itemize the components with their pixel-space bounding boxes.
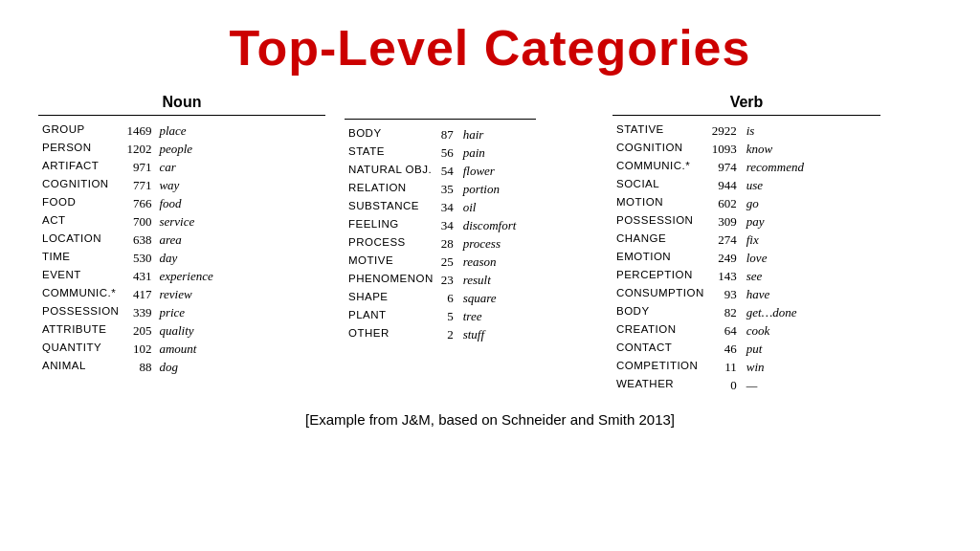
category-example: pay [743, 212, 808, 231]
category-count: 205 [122, 321, 155, 340]
category-count: 309 [708, 212, 743, 231]
table-row: COMMUNIC.* 974 recommend [612, 158, 808, 176]
category-example: dog [155, 358, 216, 376]
category-count: 1093 [708, 140, 743, 158]
category-count: 46 [708, 340, 743, 358]
category-name: WEATHER [612, 376, 708, 394]
category-name: COMMUNIC.* [38, 285, 122, 303]
category-example: experience [155, 267, 216, 285]
category-example: flower [459, 162, 521, 180]
category-name: EVENT [38, 267, 122, 285]
category-name: MOTION [612, 194, 708, 212]
table-row: EVENT 431 experience [38, 267, 217, 285]
category-name: SHAPE [345, 289, 437, 307]
table-row: BODY 82 get…done [612, 303, 808, 321]
table-row: QUANTITY 102 amount [38, 340, 217, 358]
category-name: PERCEPTION [612, 267, 708, 285]
category-count: 530 [122, 249, 155, 267]
category-count: 339 [122, 303, 155, 321]
category-name: COGNITION [38, 176, 122, 194]
table-row: MOTIVE 25 reason [345, 253, 520, 271]
category-name: TIME [38, 249, 122, 267]
category-name: RELATION [345, 180, 437, 198]
table-row: COMMUNIC.* 417 review [38, 285, 217, 303]
category-name: PLANT [345, 307, 437, 325]
category-name: FEELING [345, 216, 437, 234]
category-example: way [155, 176, 216, 194]
category-example: use [743, 176, 808, 194]
category-example: area [155, 231, 216, 249]
category-example: square [459, 289, 521, 307]
table-row: FEELING 34 discomfort [345, 216, 520, 234]
category-example: — [743, 376, 808, 394]
category-example: people [155, 140, 216, 158]
noun-section-title: Noun [38, 94, 325, 111]
category-example: go [743, 194, 808, 212]
category-count: 700 [122, 212, 155, 231]
category-name: BODY [345, 125, 437, 143]
category-example: tree [459, 307, 521, 325]
category-count: 274 [708, 231, 743, 249]
table-row: CREATION 64 cook [612, 321, 808, 340]
category-count: 35 [437, 180, 459, 198]
table-row: RELATION 35 portion [345, 180, 520, 198]
category-count: 93 [708, 285, 743, 303]
category-name: NATURAL OBJ. [345, 162, 437, 180]
category-name: BODY [612, 303, 708, 321]
noun-table: GROUP 1469 place PERSON 1202 people ARTI… [38, 121, 217, 376]
category-name: PHENOMENON [345, 271, 437, 289]
category-name: ANIMAL [38, 358, 122, 376]
category-name: CONTACT [612, 340, 708, 358]
category-name: CHANGE [612, 231, 708, 249]
category-count: 974 [708, 158, 743, 176]
category-example: service [155, 212, 216, 231]
category-example: get…done [743, 303, 808, 321]
category-example: put [743, 340, 808, 358]
category-example: day [155, 249, 216, 267]
table-row: PERSON 1202 people [38, 140, 217, 158]
category-count: 1469 [122, 121, 155, 140]
category-name: FOOD [38, 194, 122, 212]
category-count: 25 [437, 253, 459, 271]
category-name: EMOTION [612, 249, 708, 267]
category-count: 249 [708, 249, 743, 267]
category-name: MOTIVE [345, 253, 437, 271]
category-example: amount [155, 340, 216, 358]
table-row: PLANT 5 tree [345, 307, 520, 325]
category-name: COMPETITION [612, 358, 708, 376]
category-name: ARTIFACT [38, 158, 122, 176]
table-row: CONSUMPTION 93 have [612, 285, 808, 303]
noun-section: Noun GROUP 1469 place PERSON 1202 people… [38, 94, 325, 376]
category-count: 6 [437, 289, 459, 307]
category-example: have [743, 285, 808, 303]
category-count: 102 [122, 340, 155, 358]
category-example: portion [459, 180, 521, 198]
table-row: PERCEPTION 143 see [612, 267, 808, 285]
table-row: ACT 700 service [38, 212, 217, 231]
table-row: EMOTION 249 love [612, 249, 808, 267]
category-example: quality [155, 321, 216, 340]
category-example: recommend [743, 158, 808, 176]
category-count: 971 [122, 158, 155, 176]
category-count: 88 [122, 358, 155, 376]
category-name: LOCATION [38, 231, 122, 249]
verb-table: STATIVE 2922 is COGNITION 1093 know COMM… [612, 121, 808, 394]
table-row: SUBSTANCE 34 oil [345, 198, 520, 216]
table-row: TIME 530 day [38, 249, 217, 267]
table-row: NATURAL OBJ. 54 flower [345, 162, 520, 180]
table-row: STATIVE 2922 is [612, 121, 808, 140]
category-name: POSSESSION [612, 212, 708, 231]
table-row: GROUP 1469 place [38, 121, 217, 140]
category-name: COGNITION [612, 140, 708, 158]
category-count: 82 [708, 303, 743, 321]
category-count: 2 [437, 325, 459, 343]
category-name: OTHER [345, 325, 437, 343]
category-name: SUBSTANCE [345, 198, 437, 216]
category-example: place [155, 121, 216, 140]
category-name: QUANTITY [38, 340, 122, 358]
category-name: STATIVE [612, 121, 708, 140]
category-example: car [155, 158, 216, 176]
body-section: BODY 87 hair STATE 56 pain NATURAL OBJ. … [345, 94, 536, 343]
category-example: fix [743, 231, 808, 249]
category-count: 1202 [122, 140, 155, 158]
